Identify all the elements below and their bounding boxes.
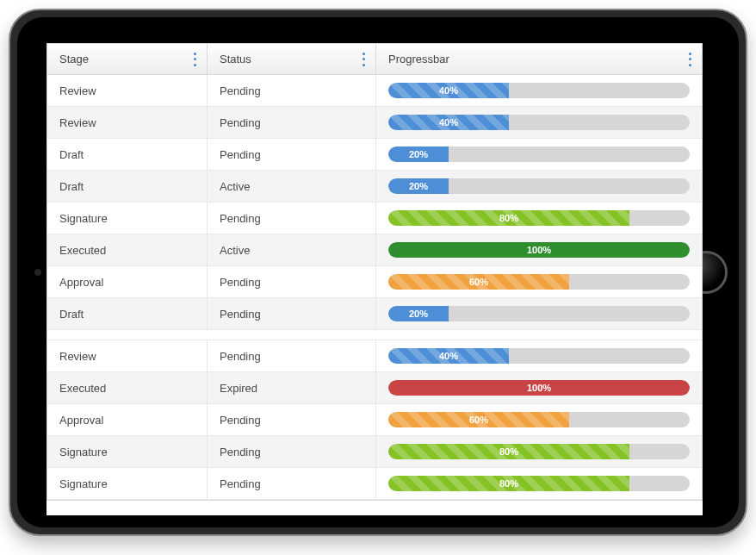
cell-stage: Executed xyxy=(47,234,208,265)
cell-stage: Signature xyxy=(47,436,208,467)
table-row[interactable]: DraftPending20% xyxy=(47,298,702,330)
tablet-camera xyxy=(34,269,41,276)
col-header-stage[interactable]: Stage xyxy=(47,44,208,74)
table-row[interactable]: ExecutedExpired100% xyxy=(47,372,702,404)
table-row[interactable]: ExecutedActive100% xyxy=(47,234,702,266)
table-row[interactable]: SignaturePending80% xyxy=(47,436,702,468)
cell-stage: Approval xyxy=(47,404,208,435)
cell-stage: Executed xyxy=(47,372,208,403)
data-grid: Stage Status Progressbar ReviewPending40… xyxy=(46,43,703,501)
cell-status: Pending xyxy=(208,107,376,138)
screen: Stage Status Progressbar ReviewPending40… xyxy=(46,43,703,515)
cell-stage: Draft xyxy=(47,171,208,202)
cell-progress: 80% xyxy=(376,203,702,234)
cell-stage: Review xyxy=(47,340,208,371)
cell-progress: 100% xyxy=(376,234,702,265)
cell-status: Pending xyxy=(208,203,376,234)
table-row[interactable]: ReviewPending40% xyxy=(47,75,702,107)
progress-track: 40% xyxy=(388,115,690,130)
cell-stage: Draft xyxy=(47,298,208,329)
cell-status: Pending xyxy=(208,436,376,467)
cell-status: Expired xyxy=(208,372,376,403)
cell-status: Pending xyxy=(208,266,376,297)
table-row[interactable]: ApprovalPending60% xyxy=(47,404,702,436)
col-header-status-label: Status xyxy=(220,53,251,65)
col-header-progress-label: Progressbar xyxy=(388,53,449,65)
progress-fill: 60% xyxy=(388,274,569,290)
progress-fill: 80% xyxy=(388,210,629,226)
progress-fill: 20% xyxy=(388,147,449,162)
grid-gap xyxy=(47,330,702,340)
cell-progress: 20% xyxy=(376,298,702,329)
cell-progress: 40% xyxy=(376,75,702,106)
progress-fill: 100% xyxy=(388,242,690,258)
col-menu-progress[interactable] xyxy=(686,53,693,66)
progress-track: 60% xyxy=(388,412,690,427)
progress-track: 80% xyxy=(388,476,690,491)
col-menu-stage[interactable] xyxy=(191,53,198,66)
table-row[interactable]: ReviewPending40% xyxy=(47,107,702,139)
cell-status: Pending xyxy=(208,298,376,329)
col-header-status[interactable]: Status xyxy=(208,44,376,74)
cell-progress: 80% xyxy=(376,468,702,499)
progress-track: 60% xyxy=(388,274,690,290)
cell-status: Pending xyxy=(208,75,376,106)
cell-status: Pending xyxy=(208,468,376,499)
col-menu-status[interactable] xyxy=(360,53,367,66)
grid-body: ReviewPending40%ReviewPending40%DraftPen… xyxy=(47,75,702,500)
cell-progress: 80% xyxy=(376,436,702,467)
progress-fill: 20% xyxy=(388,306,449,321)
cell-status: Pending xyxy=(208,139,376,170)
progress-fill: 20% xyxy=(388,178,449,194)
table-row[interactable]: DraftPending20% xyxy=(47,139,702,171)
cell-status: Active xyxy=(208,171,376,202)
cell-stage: Review xyxy=(47,107,208,138)
table-row[interactable]: SignaturePending80% xyxy=(47,468,702,500)
cell-progress: 40% xyxy=(376,340,702,371)
progress-track: 80% xyxy=(388,210,690,226)
cell-progress: 60% xyxy=(376,404,702,435)
progress-track: 100% xyxy=(388,380,690,396)
cell-stage: Signature xyxy=(47,203,208,234)
progress-fill: 40% xyxy=(388,348,509,364)
cell-status: Active xyxy=(208,234,376,265)
grid-header: Stage Status Progressbar xyxy=(47,44,702,75)
progress-track: 20% xyxy=(388,306,690,321)
cell-status: Pending xyxy=(208,340,376,371)
cell-stage: Draft xyxy=(47,139,208,170)
progress-track: 20% xyxy=(388,147,690,162)
cell-progress: 20% xyxy=(376,171,702,202)
progress-track: 100% xyxy=(388,242,690,258)
tablet-bezel: Stage Status Progressbar ReviewPending40… xyxy=(17,17,739,527)
cell-stage: Review xyxy=(47,75,208,106)
col-header-progress[interactable]: Progressbar xyxy=(376,44,702,74)
col-header-stage-label: Stage xyxy=(59,53,89,65)
cell-stage: Signature xyxy=(47,468,208,499)
progress-track: 40% xyxy=(388,348,690,364)
tablet-frame: Stage Status Progressbar ReviewPending40… xyxy=(9,9,747,536)
cell-stage: Approval xyxy=(47,266,208,297)
table-row[interactable]: ApprovalPending60% xyxy=(47,266,702,298)
cell-status: Pending xyxy=(208,404,376,435)
cell-progress: 40% xyxy=(376,107,702,138)
progress-track: 40% xyxy=(388,83,690,98)
progress-fill: 80% xyxy=(388,476,629,491)
cell-progress: 20% xyxy=(376,139,702,170)
progress-fill: 40% xyxy=(388,83,509,98)
table-row[interactable]: ReviewPending40% xyxy=(47,340,702,372)
progress-fill: 60% xyxy=(388,412,569,427)
cell-progress: 60% xyxy=(376,266,702,297)
progress-fill: 40% xyxy=(388,115,509,130)
cell-progress: 100% xyxy=(376,372,702,403)
progress-fill: 100% xyxy=(388,380,690,396)
progress-fill: 80% xyxy=(388,444,629,459)
progress-track: 80% xyxy=(388,444,690,459)
table-row[interactable]: DraftActive20% xyxy=(47,171,702,203)
progress-track: 20% xyxy=(388,178,690,194)
table-row[interactable]: SignaturePending80% xyxy=(47,203,702,234)
